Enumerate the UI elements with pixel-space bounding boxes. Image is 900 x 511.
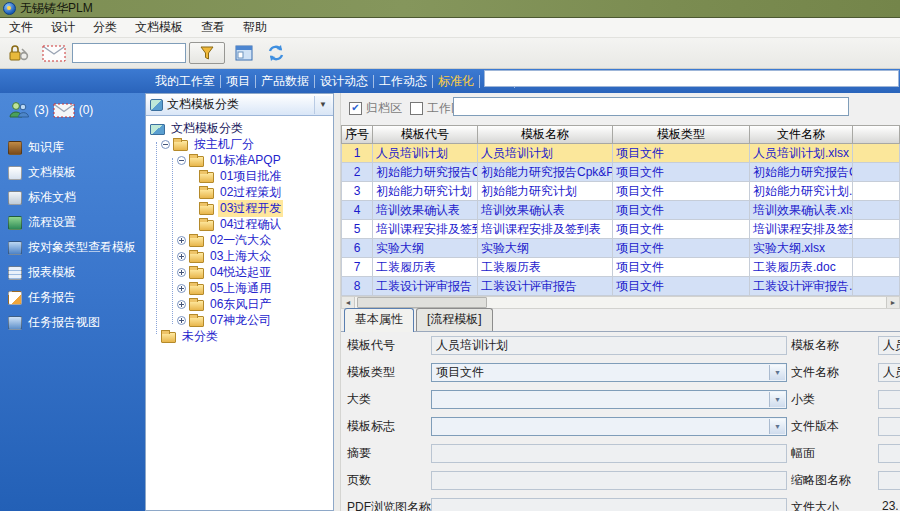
sidebar-item-icon [8,141,22,155]
menu-item[interactable]: 文件 [0,18,42,37]
tree-expand-icon[interactable] [177,252,186,261]
tabstrip-input[interactable] [484,70,899,87]
table-header-cell[interactable] [853,125,900,144]
tree-dropdown-button[interactable]: ▼ [314,96,331,114]
tree: 文档模板分类 按主机厂分 01标准APQP 01项目批准 [146,116,333,344]
table-header-cell[interactable]: 模板类型 [613,125,750,144]
field-input[interactable]: ▼ [431,498,787,511]
sidebar-item[interactable]: 任务报告视图 [0,310,145,335]
scroll-right-button[interactable]: ► [886,297,899,308]
scrollbar-thumb[interactable] [357,297,487,308]
tree-node[interactable]: 01项目批准 [146,168,333,184]
tree-header[interactable]: 文档模板分类 ▼ [146,94,333,116]
field-input[interactable]: 人员培训计划.xlsx [878,363,900,382]
sidebar-item[interactable]: 按对象类型查看模板 [0,235,145,260]
tree-node[interactable]: 05上海通用 [146,280,333,296]
checkbox[interactable]: ✔ [410,102,423,115]
filter-checkbox-group[interactable]: ✔ 归档区 [349,100,402,117]
menu-item[interactable]: 文档模板 [126,18,192,37]
tree-node[interactable]: 未分类 [146,328,333,344]
menu-item[interactable]: 查看 [192,18,234,37]
tree-node[interactable]: 02过程策划 [146,184,333,200]
field-input[interactable]: 项目文件 ▼ [431,363,787,382]
table-row[interactable]: 6 实验大纲 实验大纲 项目文件 实验大纲.xlsx [341,239,900,258]
cell-filler [853,258,900,277]
toolbar-search-input[interactable] [72,43,186,63]
field-input[interactable]: ▼ [431,390,787,409]
field-input[interactable] [878,390,900,409]
table-header-cell[interactable]: 文件名称 [750,125,853,144]
nav-tab[interactable]: 标准化 [433,75,480,88]
users-icon[interactable] [8,101,30,119]
field-input[interactable]: 人员培训计划 ▼ [431,336,787,355]
tree-expand-icon[interactable] [177,236,186,245]
table-row[interactable]: 3 初始能力研究计划 初始能力研究计划 项目文件 初始能力研究计划.xls [341,182,900,201]
table-header-cell[interactable]: 模板代号 [373,125,478,144]
field-input[interactable]: 人员培训计划 [878,336,900,355]
sidebar-item[interactable]: 文档模板 [0,160,145,185]
cell-filler [853,163,900,182]
combo-arrow-icon[interactable]: ▼ [769,365,785,380]
mailbox-icon[interactable] [53,103,75,118]
nav-tab[interactable]: 设计动态 [315,75,374,88]
menu-item[interactable]: 帮助 [234,18,276,37]
tree-node[interactable]: 07神龙公司 [146,312,333,328]
sidebar-item[interactable]: 报表模板 [0,260,145,285]
table-row[interactable]: 7 工装履历表 工装履历表 项目文件 工装履历表.doc [341,258,900,277]
field-input[interactable]: ▼ [431,471,787,490]
sidebar-item[interactable]: 标准文档 [0,185,145,210]
refresh-button[interactable] [264,41,288,65]
field-input[interactable] [878,444,900,463]
checkbox[interactable]: ✔ [349,102,362,115]
tree-node[interactable]: 02一汽大众 [146,232,333,248]
detail-tab[interactable]: [流程模板] [416,308,493,331]
combo-arrow-icon[interactable]: ▼ [769,419,785,434]
tree-node[interactable]: 03上海大众 [146,248,333,264]
tree-node[interactable]: 04悦达起亚 [146,264,333,280]
panel-divider[interactable] [334,93,341,511]
tree-expand-icon[interactable] [161,140,170,149]
tree-node[interactable]: 01标准APQP [146,152,333,168]
tree-node[interactable]: 04过程确认 [146,216,333,232]
table-row[interactable]: 4 培训效果确认表 培训效果确认表 项目文件 培训效果确认表.xlsx [341,201,900,220]
menu-item[interactable]: 设计 [42,18,84,37]
table-header-cell[interactable]: 模板名称 [478,125,613,144]
menu-item[interactable]: 分类 [84,18,126,37]
mail-icon[interactable] [42,44,66,62]
sidebar-item-label: 流程设置 [28,214,76,231]
tree-expand-icon[interactable] [177,156,186,165]
table-row[interactable]: 5 培训课程安排及签到... 培训课程安排及签到表 项目文件 培训课程安排及签到… [341,220,900,239]
window-layout-button[interactable] [231,42,257,64]
filter-input[interactable] [453,97,849,116]
cell-filler [853,201,900,220]
field-input[interactable] [878,417,900,436]
sidebar-item[interactable]: 流程设置 [0,210,145,235]
field-input[interactable] [878,471,900,490]
nav-tab[interactable]: 产品数据 [256,75,315,88]
tree-expand-icon[interactable] [177,316,186,325]
detail-tab[interactable]: 基本属性 [344,308,414,332]
sidebar-item[interactable]: 知识库 [0,135,145,160]
tree-node[interactable]: 文档模板分类 [146,120,333,136]
combo-arrow-icon[interactable]: ▼ [769,392,785,407]
tree-node[interactable]: 06东风日产 [146,296,333,312]
scroll-left-button[interactable]: ◄ [342,297,355,308]
nav-tab[interactable]: 我的工作室 [150,75,221,88]
nav-tab[interactable]: 项目 [221,75,256,88]
table-row[interactable]: 8 工装设计评审报告 工装设计评审报告 项目文件 工装设计评审报告.xlsx [341,277,900,296]
field-input[interactable]: ▼ [431,444,787,463]
table-row[interactable]: 1 人员培训计划 人员培训计划 项目文件 人员培训计划.xlsx [341,144,900,163]
lock-key-icon[interactable] [6,42,32,64]
tree-expand-icon[interactable] [177,300,186,309]
field-input[interactable]: 23. [878,498,900,511]
tree-expand-icon[interactable] [177,268,186,277]
table-row[interactable]: 2 初始能力研究报告C... 初始能力研究报告Cpk&Ppk 项目文件 初始能力… [341,163,900,182]
tree-node[interactable]: 03过程开发 [146,200,333,216]
tree-node[interactable]: 按主机厂分 [146,136,333,152]
field-input[interactable]: ▼ [431,417,787,436]
table-header-cell[interactable]: 序号 [341,125,373,144]
filter-button[interactable] [189,42,225,64]
sidebar-item[interactable]: 任务报告 [0,285,145,310]
tree-expand-icon[interactable] [177,284,186,293]
nav-tab[interactable]: 工作动态 [374,75,433,88]
